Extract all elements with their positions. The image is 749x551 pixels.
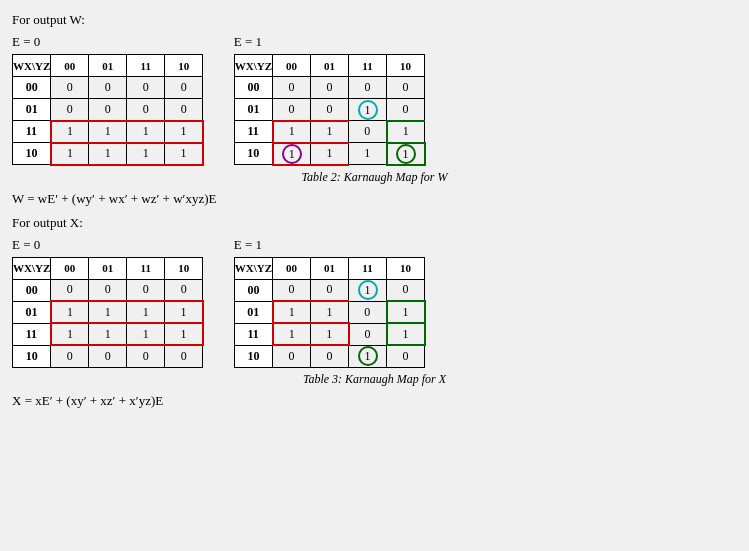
corner-header: WX\YZ xyxy=(234,55,272,77)
col-01: 01 xyxy=(89,257,127,279)
col-01: 01 xyxy=(89,55,127,77)
w-e1-table: WX\YZ 00 01 11 10 00 0 0 0 0 01 0 0 1 0 xyxy=(234,54,426,166)
w-e0-block: E = 0 WX\YZ 00 01 11 10 00 0 0 0 0 01 0 … xyxy=(12,34,204,166)
table-row: 11 1 1 0 1 xyxy=(234,121,424,143)
table-row: 10 1 1 1 1 xyxy=(13,143,203,165)
col-10: 10 xyxy=(387,257,425,279)
output-w-title: For output W: xyxy=(12,12,737,28)
table-row: 00 0 0 0 0 xyxy=(13,77,203,99)
table-row: 00 0 0 0 0 xyxy=(13,279,203,301)
col-10: 10 xyxy=(387,55,425,77)
table-row: 11 1 1 1 1 xyxy=(13,121,203,143)
formula-w: W = wE′ + (wy′ + wx′ + wz′ + w′xyz)E xyxy=(12,191,737,207)
x-e1-block: E = 1 WX\YZ 00 01 11 10 00 0 0 1 0 01 1 … xyxy=(234,237,426,368)
col-01: 01 xyxy=(311,257,349,279)
x-e1-label: E = 1 xyxy=(234,237,426,253)
table-row: 10 0 0 1 0 xyxy=(234,345,424,367)
col-01: 01 xyxy=(311,55,349,77)
circled-1-x2: 1 xyxy=(358,346,378,366)
x-e0-table: WX\YZ 00 01 11 10 00 0 0 0 0 01 1 1 1 1 xyxy=(12,257,204,368)
col-00: 00 xyxy=(51,257,89,279)
circled-1-purple: 1 xyxy=(282,144,302,164)
output-x-title: For output X: xyxy=(12,215,737,231)
table-row: 00 0 0 1 0 xyxy=(234,279,424,301)
w-kmaps: E = 0 WX\YZ 00 01 11 10 00 0 0 0 0 01 0 … xyxy=(12,34,737,166)
circled-1-green: 1 xyxy=(396,144,416,164)
w-e1-label: E = 1 xyxy=(234,34,426,50)
table-row: 01 1 1 0 1 xyxy=(234,301,424,323)
col-00: 00 xyxy=(273,257,311,279)
w-e0-table: WX\YZ 00 01 11 10 00 0 0 0 0 01 0 0 0 0 xyxy=(12,54,204,166)
col-11: 11 xyxy=(127,257,165,279)
col-11: 11 xyxy=(127,55,165,77)
circled-1-x: 1 xyxy=(358,280,378,300)
x-e1-table: WX\YZ 00 01 11 10 00 0 0 1 0 01 1 1 0 1 xyxy=(234,257,426,368)
table-row: 01 0 0 1 0 xyxy=(234,99,424,121)
table-row: 10 1 1 1 1 xyxy=(234,143,424,165)
table-row: 01 0 0 0 0 xyxy=(13,99,203,121)
table-row: 11 1 1 0 1 xyxy=(234,323,424,345)
table3-caption: Table 3: Karnaugh Map for X xyxy=(12,372,737,387)
w-e0-label: E = 0 xyxy=(12,34,204,50)
x-e0-block: E = 0 WX\YZ 00 01 11 10 00 0 0 0 0 01 1 … xyxy=(12,237,204,368)
x-e0-label: E = 0 xyxy=(12,237,204,253)
col-10: 10 xyxy=(165,55,203,77)
table-row: 11 1 1 1 1 xyxy=(13,323,203,345)
col-11: 11 xyxy=(349,257,387,279)
w-e1-block: E = 1 WX\YZ 00 01 11 10 00 0 0 0 0 01 0 … xyxy=(234,34,426,166)
col-11: 11 xyxy=(349,55,387,77)
corner-header: WX\YZ xyxy=(234,257,272,279)
col-00: 00 xyxy=(51,55,89,77)
corner-header: WX\YZ xyxy=(13,257,51,279)
x-kmaps: E = 0 WX\YZ 00 01 11 10 00 0 0 0 0 01 1 … xyxy=(12,237,737,368)
table-row: 10 0 0 0 0 xyxy=(13,345,203,367)
table-row: 00 0 0 0 0 xyxy=(234,77,424,99)
table2-caption: Table 2: Karnaugh Map for W xyxy=(12,170,737,185)
table-row: 01 1 1 1 1 xyxy=(13,301,203,323)
formula-x: X = xE′ + (xy′ + xz′ + x′yz)E xyxy=(12,393,737,409)
col-10: 10 xyxy=(165,257,203,279)
corner-header: WX\YZ xyxy=(13,55,51,77)
col-00: 00 xyxy=(273,55,311,77)
circled-1: 1 xyxy=(358,100,378,120)
